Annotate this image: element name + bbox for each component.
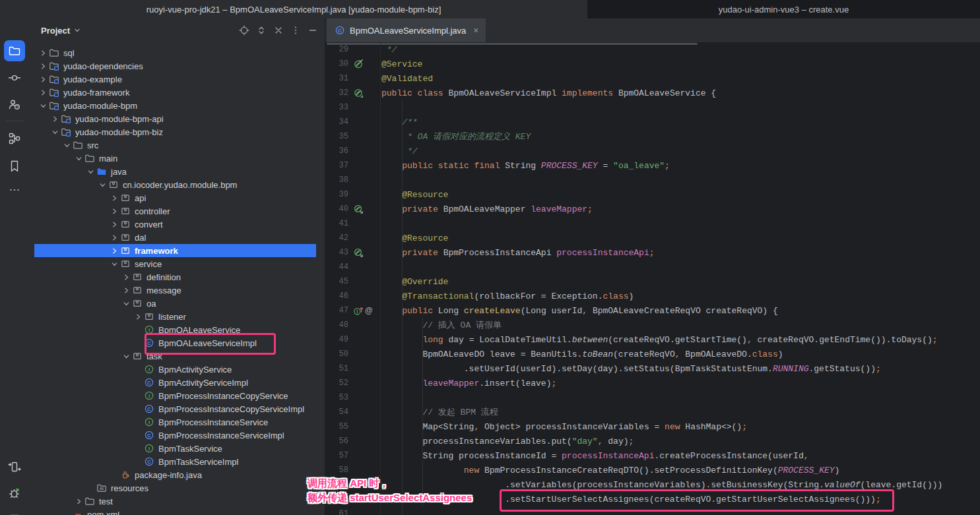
line-number[interactable]: 51: [325, 364, 348, 373]
tree-item-listener[interactable]: listener: [34, 310, 316, 323]
tree-chevron-icon[interactable]: [38, 75, 48, 84]
code-line-56[interactable]: 56 processInstanceVariables.put("day", d…: [325, 434, 980, 448]
code-line-51[interactable]: 51 .setUserId(userId).setDay(day).setSta…: [325, 361, 980, 376]
line-number[interactable]: 34: [325, 117, 348, 127]
project-icon[interactable]: [4, 40, 25, 61]
code-line-35[interactable]: 35 * OA 请假对应的流程定义 KEY: [325, 129, 980, 144]
line-number[interactable]: 50: [325, 349, 348, 359]
line-number[interactable]: 45: [325, 277, 348, 286]
code-line-52[interactable]: 52 leaveMapper.insert(leave);: [325, 376, 980, 390]
tree-item-yudao-module-bpm-api[interactable]: yudao-module-bpm-api: [34, 112, 316, 125]
code-line-46[interactable]: 46 @Transactional(rollbackFor = Exceptio…: [325, 289, 980, 303]
line-number[interactable]: 39: [325, 190, 348, 199]
line-number[interactable]: 55: [325, 422, 348, 431]
background-window-titlebar[interactable]: yudao-ui-admin-vue3 – create.vue: [587, 0, 980, 18]
tree-chevron-icon[interactable]: [110, 193, 119, 202]
terminal-icon[interactable]: [4, 509, 25, 515]
tree-item-cn-iocoder-yudao-module-bpm[interactable]: cn.iocoder.yudao.module.bpm: [34, 178, 316, 191]
tree-item-controller[interactable]: controller: [34, 204, 316, 218]
code-line-53[interactable]: 53: [325, 390, 980, 405]
code-line-39[interactable]: 39 @Resource: [325, 187, 980, 202]
line-number[interactable]: 49: [325, 335, 348, 344]
tree-chevron-icon[interactable]: [86, 167, 95, 176]
tab-close-icon[interactable]: ×: [473, 25, 478, 36]
line-number[interactable]: 46: [325, 291, 348, 301]
code-viewport[interactable]: 29 */30@Service31@Validated32public clas…: [325, 42, 980, 515]
line-number[interactable]: 35: [325, 132, 348, 141]
tree-item-convert[interactable]: convert: [34, 218, 316, 231]
autowire-gutter-icon[interactable]: [348, 204, 381, 214]
code-line-29[interactable]: 29 */: [325, 42, 980, 57]
code-line-57[interactable]: 57 String processInstanceId = processIns…: [325, 448, 980, 463]
code-line-55[interactable]: 55 Map<String, Object> processInstanceVa…: [325, 419, 980, 434]
code-line-48[interactable]: 48 // 插入 OA 请假单: [325, 318, 980, 332]
tree-item-bpmtaskservice[interactable]: IBpmTaskService: [34, 442, 316, 455]
line-number[interactable]: 58: [325, 466, 348, 475]
tree-chevron-icon[interactable]: [110, 206, 119, 216]
services-icon[interactable]: [4, 456, 25, 477]
tree-item-api[interactable]: api: [34, 191, 316, 204]
line-number[interactable]: 33: [325, 103, 348, 112]
line-number[interactable]: 52: [325, 379, 348, 388]
code-line-37[interactable]: 37 public static final String PROCESS_KE…: [325, 158, 980, 173]
line-number[interactable]: 57: [325, 451, 348, 460]
tree-item-main[interactable]: main: [34, 152, 316, 165]
tree-chevron-icon[interactable]: [110, 220, 119, 229]
tab-bpmoaleaveserviceimpl-java[interactable]: C BpmOALeaveServiceImpl.java ×: [327, 18, 486, 42]
tree-item-framework[interactable]: framework: [34, 244, 316, 257]
structure-icon[interactable]: [4, 128, 25, 149]
code-line-34[interactable]: 34 /**: [325, 115, 980, 129]
code-line-49[interactable]: 49 long day = LocalDateTimeUtil.between(…: [325, 332, 980, 347]
tree-chevron-icon[interactable]: [133, 312, 143, 321]
impl-at-gutter-icon[interactable]: I@: [348, 305, 381, 316]
line-number[interactable]: 56: [325, 437, 348, 446]
line-number[interactable]: 47: [325, 306, 348, 315]
code-line-41[interactable]: 41: [325, 216, 980, 231]
code-line-50[interactable]: 50 BpmOALeaveDO leave = BeanUtils.toBean…: [325, 347, 980, 361]
tree-item-src[interactable]: src: [34, 138, 316, 152]
line-number[interactable]: 44: [325, 262, 348, 272]
code-line-36[interactable]: 36 */: [325, 144, 980, 158]
line-number[interactable]: 36: [325, 146, 348, 156]
bookmarks-icon[interactable]: [4, 156, 25, 177]
code-line-31[interactable]: 31@Validated: [325, 71, 980, 86]
options-icon[interactable]: [290, 25, 301, 36]
tree-item-dal[interactable]: dal: [34, 231, 316, 244]
tree-chevron-icon[interactable]: [38, 101, 48, 110]
line-number[interactable]: 32: [325, 88, 348, 98]
expand-collapse-icon[interactable]: [256, 25, 267, 36]
code-line-58[interactable]: 58 new BpmProcessInstanceCreateReqDTO().…: [325, 463, 980, 477]
tree-item-oa[interactable]: oa: [34, 297, 316, 310]
code-line-47[interactable]: 47I@ public Long createLeave(Long userId…: [325, 303, 980, 318]
spring-tri-gutter-icon[interactable]: [348, 88, 381, 98]
code-line-40[interactable]: 40 private BpmOALeaveMapper leaveMapper;: [325, 202, 980, 216]
line-number[interactable]: 42: [325, 233, 348, 243]
tree-item-message[interactable]: message: [34, 284, 316, 297]
tree-chevron-icon[interactable]: [110, 246, 119, 255]
line-number[interactable]: 53: [325, 393, 348, 402]
tree-item-java[interactable]: java: [34, 165, 316, 178]
tree-item-package-info-java[interactable]: package-info.java: [34, 468, 316, 481]
line-number[interactable]: 43: [325, 248, 348, 257]
commit-icon[interactable]: [4, 67, 25, 88]
line-number[interactable]: 41: [325, 219, 348, 228]
tree-item-yudao-framework[interactable]: yudao-framework: [34, 86, 316, 99]
line-number[interactable]: 37: [325, 161, 348, 170]
tree-chevron-icon[interactable]: [121, 351, 131, 361]
tree-item-sql[interactable]: sql: [34, 46, 316, 59]
tree-item-yudao-module-bpm-biz[interactable]: yudao-module-bpm-biz: [34, 125, 316, 138]
line-number[interactable]: 48: [325, 320, 348, 330]
code-line-44[interactable]: 44: [325, 260, 980, 274]
code-line-54[interactable]: 54 // 发起 BPM 流程: [325, 405, 980, 419]
tree-chevron-icon[interactable]: [121, 286, 131, 295]
debug-icon[interactable]: [4, 483, 25, 504]
line-number[interactable]: 29: [325, 45, 348, 54]
tree-item-bpmactivityserviceimpl[interactable]: CBpmActivityServiceImpl: [34, 376, 316, 389]
tree-chevron-icon[interactable]: [50, 127, 59, 136]
code-line-32[interactable]: 32public class BpmOALeaveServiceImpl imp…: [325, 86, 980, 100]
tree-item-bpmtaskserviceimpl[interactable]: CBpmTaskServiceImpl: [34, 455, 316, 468]
project-panel-title[interactable]: Project: [41, 26, 81, 36]
tree-item-bpmprocessinstancecopyservice[interactable]: IBpmProcessInstanceCopyService: [34, 389, 316, 402]
tree-chevron-icon[interactable]: [38, 61, 48, 71]
line-number[interactable]: 30: [325, 59, 348, 69]
